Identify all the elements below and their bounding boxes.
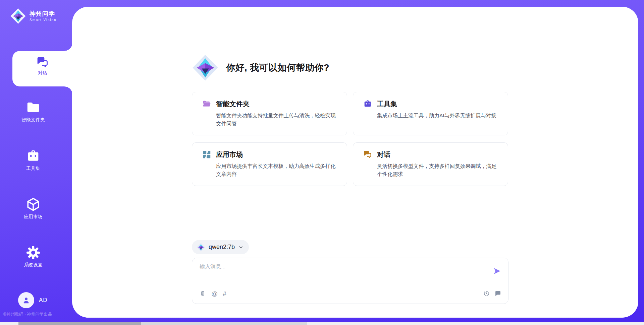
- folder-icon: [25, 100, 41, 115]
- briefcase-icon: [363, 99, 372, 109]
- card-title: 应用市场: [216, 150, 243, 159]
- sidebar-item-label: 对话: [12, 70, 73, 76]
- send-icon[interactable]: [493, 267, 501, 275]
- horizontal-scrollbar[interactable]: [0, 322, 644, 325]
- scrollbar-segment: [141, 322, 307, 325]
- sidebar-item-app-market[interactable]: 应用市场: [0, 197, 66, 220]
- sidebar-item-label: 系统设置: [0, 262, 66, 268]
- avatar[interactable]: [18, 292, 34, 308]
- card-description: 应用市场提供丰富长文本模板，助力高效生成多样化文章内容: [216, 162, 339, 178]
- chat-bubble-icon[interactable]: [494, 290, 501, 297]
- sidebar-item-chat[interactable]: 对话: [12, 51, 73, 86]
- model-name: qwen2:7b: [209, 244, 235, 251]
- message-composer: @ #: [192, 258, 508, 304]
- brand-logo: 神州问学 Smart Vision: [10, 8, 57, 24]
- brand-name: 神州问学: [30, 10, 57, 18]
- gem-logo-icon: [197, 243, 205, 252]
- user-initials: AD: [39, 297, 48, 304]
- sidebar-item-settings[interactable]: 系统设置: [0, 245, 66, 268]
- cube-icon: [25, 197, 41, 212]
- scrollbar-thumb[interactable]: [18, 322, 141, 325]
- chat-icon: [36, 56, 49, 69]
- card-description: 集成市场上主流工具，助力AI与外界无缝扩展与对接: [377, 112, 500, 120]
- sidebar-item-label: 工具集: [0, 166, 66, 172]
- app-market-icon: [202, 150, 211, 159]
- sidebar-item-label: 应用市场: [0, 214, 66, 220]
- folder-open-icon: [202, 99, 211, 109]
- card-title: 工具集: [377, 100, 397, 109]
- composer-tools-left: @ #: [199, 290, 226, 298]
- card-description: 灵活切换多模型文件，支持多样回复效果调试，满足个性化需求: [377, 162, 500, 178]
- gem-logo-icon: [192, 54, 219, 81]
- card-chat[interactable]: 对话 灵活切换多模型文件，支持多样回复效果调试，满足个性化需求: [353, 142, 508, 186]
- composer-divider: [198, 286, 502, 286]
- card-title: 智能文件夹: [216, 100, 250, 109]
- attachment-icon[interactable]: [199, 290, 206, 298]
- mention-icon[interactable]: @: [211, 290, 218, 298]
- chevron-down-icon: [238, 245, 244, 250]
- greeting-block: 你好, 我可以如何帮助你?: [192, 54, 329, 81]
- composer-tools-right: [483, 290, 501, 297]
- feature-cards: 智能文件夹 智能文件夹功能支持批量文件上传与清洗，轻松实现文件问答 工具集 集成…: [192, 92, 508, 186]
- gear-icon: [25, 245, 41, 260]
- card-description: 智能文件夹功能支持批量文件上传与清洗，轻松实现文件问答: [216, 112, 339, 128]
- model-selector[interactable]: qwen2:7b: [192, 240, 249, 254]
- message-input[interactable]: [199, 263, 482, 283]
- person-icon: [21, 296, 31, 305]
- card-smart-folder[interactable]: 智能文件夹 智能文件夹功能支持批量文件上传与清洗，轻松实现文件问答: [192, 92, 347, 135]
- sidebar-item-label: 智能文件夹: [0, 117, 66, 123]
- sidebar-item-smart-folder[interactable]: 智能文件夹: [0, 100, 66, 123]
- card-app-market[interactable]: 应用市场 应用市场提供丰富长文本模板，助力高效生成多样化文章内容: [192, 142, 347, 186]
- greeting-title: 你好, 我可以如何帮助你?: [226, 62, 329, 74]
- sidebar-item-toolset[interactable]: 工具集: [0, 148, 66, 172]
- tab-fillet-bottom: [64, 86, 72, 94]
- gem-logo-icon: [10, 8, 26, 24]
- copyright-footer: ©神州数码 · 神州问学出品: [3, 312, 52, 317]
- card-toolset[interactable]: 工具集 集成市场上主流工具，助力AI与外界无缝扩展与对接: [353, 92, 508, 135]
- briefcase-icon: [25, 148, 41, 164]
- hashtag-icon[interactable]: #: [223, 290, 226, 298]
- user-row: AD: [18, 292, 48, 308]
- tab-fillet-top: [64, 43, 72, 51]
- brand-subtitle: Smart Vision: [30, 18, 57, 22]
- history-icon[interactable]: [483, 290, 490, 297]
- app-window: 神州问学 Smart Vision 对话 智能文件夹 工具集: [0, 0, 644, 325]
- card-title: 对话: [377, 150, 390, 159]
- chat-icon: [363, 150, 372, 159]
